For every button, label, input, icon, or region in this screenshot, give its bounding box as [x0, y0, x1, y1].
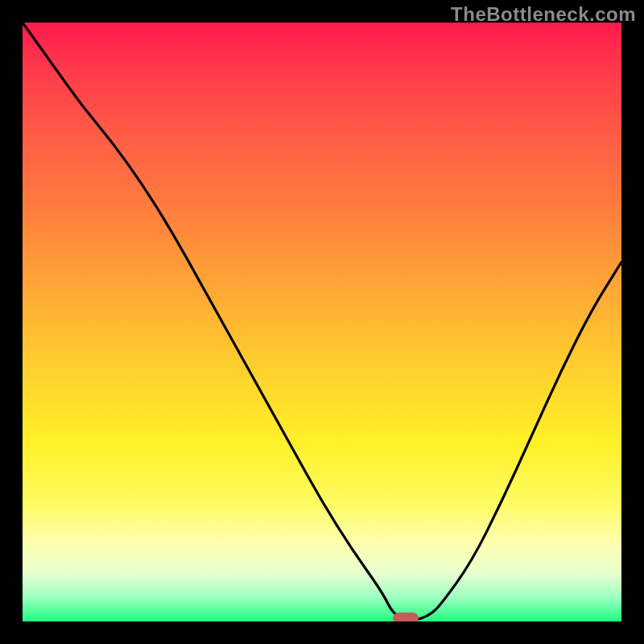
chart-frame: TheBottleneck.com — [0, 0, 644, 644]
bottleneck-curve — [23, 23, 621, 621]
optimal-marker — [393, 613, 419, 621]
plot-area — [23, 23, 621, 621]
watermark-text: TheBottleneck.com — [451, 3, 636, 26]
